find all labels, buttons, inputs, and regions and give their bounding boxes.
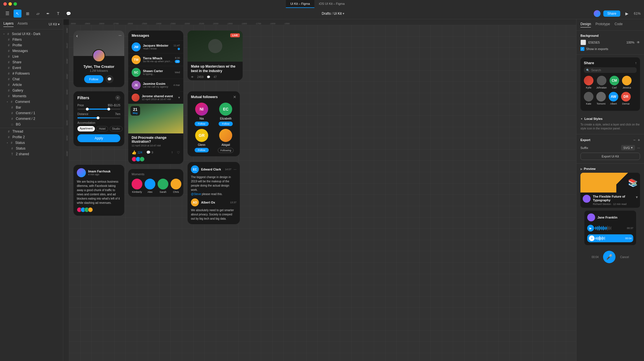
moment-user-2[interactable]: Sarah xyxy=(158,179,168,193)
more-options-icon[interactable]: ··· xyxy=(119,33,121,37)
like-action[interactable]: 👍 124 xyxy=(132,150,142,155)
distance-slider-track[interactable] xyxy=(77,117,120,118)
canvas[interactable]: -3000 -2900 -2800 -2700 -2600 -2500 -240… xyxy=(63,19,576,361)
mutual-close-icon[interactable]: ✕ xyxy=(233,95,236,99)
maximize-button[interactable] xyxy=(14,2,17,6)
layer-item-thread[interactable]: # Thread xyxy=(0,129,63,134)
moment-user-3[interactable]: Chris xyxy=(171,179,181,193)
layer-item-event[interactable]: # Event xyxy=(0,65,63,71)
layer-item-live[interactable]: # Live xyxy=(0,54,63,59)
tag-studio[interactable]: Studio xyxy=(110,126,123,131)
share-search-bar[interactable]: 🔍 xyxy=(584,67,637,73)
preview-expand-btn[interactable]: ▾ xyxy=(636,195,638,199)
remove-export-icon[interactable]: − xyxy=(633,138,636,142)
layer-item-profile[interactable]: # Profile xyxy=(0,42,63,48)
play-button[interactable]: ▶ xyxy=(623,10,631,18)
layer-grid-icon: # xyxy=(7,66,11,70)
comment-action[interactable]: 💬 9 xyxy=(146,150,153,154)
layer-item-2shared[interactable]: T 2 shared xyxy=(0,151,63,157)
tab-assets[interactable]: Assets xyxy=(18,21,28,27)
shape-tool[interactable]: ▱ xyxy=(34,10,42,18)
heart-action[interactable]: ♡ xyxy=(177,150,180,155)
layer-item-comment2[interactable]: # Comment / 2 xyxy=(0,116,63,122)
follow-button-glenn[interactable]: Follow xyxy=(195,148,209,152)
show-in-exports-checkbox[interactable]: ✓ xyxy=(580,47,584,51)
minimize-button[interactable] xyxy=(8,2,12,6)
follow-button[interactable]: Follow xyxy=(84,75,103,83)
message-item-2[interactable]: SC Shawn Carter Is typing... Wed xyxy=(128,66,183,79)
share-search-input[interactable] xyxy=(591,68,634,72)
export-format-selector[interactable]: SVG ▾ xyxy=(621,145,635,150)
tab-prototype[interactable]: Prototype xyxy=(595,22,610,27)
zoom-level[interactable]: 61% xyxy=(634,12,641,16)
layer-item-comment[interactable]: ▾ # Comment xyxy=(0,99,63,105)
filters-close-button[interactable]: ✕ xyxy=(115,95,120,100)
layer-item-status[interactable]: ▾ # Status xyxy=(0,140,63,146)
layer-item-article[interactable]: # Article xyxy=(0,82,63,88)
share-button[interactable]: Share xyxy=(603,10,620,17)
comment-tool[interactable]: 💬 xyxy=(64,10,72,18)
mic-button[interactable]: 🎤 xyxy=(603,251,615,263)
tab-ui-kit[interactable]: Ui Kit – Figma xyxy=(286,0,314,8)
layer-item-social-ui-kit[interactable]: ▾ # Social UI Kit - Dark xyxy=(0,31,63,37)
audio-pause-button[interactable]: ⏸ xyxy=(589,235,595,241)
cancel-label[interactable]: Cancel xyxy=(620,256,629,259)
follow-button-elizabeth[interactable]: Follow xyxy=(219,122,233,126)
toolbar: ☰ ↖ ⊞ ▱ ✒ T 💬 Drafts / Ui Kit ▾ Share ▶ … xyxy=(0,8,644,19)
message-item-1[interactable]: TW Tierra Whack So hit me up when you're… xyxy=(128,53,183,66)
tag-hotel[interactable]: Hotel xyxy=(96,126,108,131)
price-slider-thumb-left[interactable] xyxy=(86,108,89,111)
moment-user-0[interactable]: Kimberly xyxy=(132,179,142,193)
post-subtitle: 12 April 2019 at 10:47 AM xyxy=(132,144,180,147)
share-avatar-circle-kate xyxy=(584,92,593,101)
layer-item-gallery[interactable]: # Gallery xyxy=(0,88,63,93)
message-icon[interactable]: 💬 xyxy=(106,75,114,83)
close-button[interactable] xyxy=(3,2,7,6)
export-ui-kit-button[interactable]: Export Ui Kit xyxy=(580,153,640,160)
tab-design[interactable]: Design xyxy=(580,22,591,27)
pen-tool[interactable]: ✒ xyxy=(44,10,52,18)
export-more-options-icon[interactable]: ··· xyxy=(637,146,640,150)
layer-item-comment1[interactable]: # Comment / 1 xyxy=(0,110,63,116)
layer-item-share[interactable]: # Share xyxy=(0,59,63,65)
audio-play-button[interactable]: ▶ xyxy=(587,225,594,232)
price-slider-thumb-right[interactable] xyxy=(107,108,110,111)
frame-tool[interactable]: ⊞ xyxy=(24,10,32,18)
bg-color-swatch[interactable] xyxy=(580,40,586,45)
tab-code[interactable]: Code xyxy=(615,22,623,27)
price-slider-track[interactable] xyxy=(77,109,120,110)
layer-item-profile2[interactable]: # Profile 2 xyxy=(0,134,63,140)
share-action[interactable]: ↑ xyxy=(171,150,173,154)
text-tool[interactable]: T xyxy=(54,10,62,18)
tab-layers[interactable]: Layers xyxy=(3,21,14,27)
export-format-row: Suffix SVG ▾ ··· xyxy=(580,145,640,150)
back-nav-icon[interactable]: ‹ xyxy=(76,33,78,38)
distance-slider-thumb[interactable] xyxy=(97,116,99,119)
layer-item-followers[interactable]: # # Followers xyxy=(0,71,63,76)
follow-button-nia[interactable]: Follow xyxy=(195,122,209,126)
layer-item-status2[interactable]: # Status xyxy=(0,146,63,151)
chat-more-icon[interactable]: ··· xyxy=(234,167,236,171)
share-export-icon[interactable]: ↑ xyxy=(635,61,637,65)
preview-header[interactable]: ▶ Preview xyxy=(580,167,640,170)
layer-item-bg[interactable]: □ BG xyxy=(0,122,63,127)
visibility-toggle-icon[interactable]: 👁 xyxy=(637,40,640,44)
layer-item-messages[interactable]: # Messages xyxy=(0,48,63,54)
layer-item-moments[interactable]: # Moments xyxy=(0,93,63,99)
select-tool[interactable]: ↖ xyxy=(14,10,21,18)
layer-item-bar[interactable]: # Bar xyxy=(0,105,63,110)
message-item-0[interactable]: JW Jacques Webster Yeah I know 11:47 xyxy=(128,40,183,53)
apply-button[interactable]: Apply xyxy=(77,134,120,142)
thread-user-info: Imam Farrhouk 4 min ago xyxy=(77,168,121,177)
moment-user-1[interactable]: Alex xyxy=(145,179,155,193)
ui-kit-dropdown[interactable]: UI Kit ▾ xyxy=(49,22,60,26)
layer-item-filters[interactable]: # Filters xyxy=(0,37,63,42)
layer-item-chat[interactable]: # Chat xyxy=(0,76,63,82)
add-export-icon[interactable]: + xyxy=(638,138,640,142)
post-expand-icon[interactable]: ▾ xyxy=(178,96,180,100)
tag-apartment[interactable]: Apartment xyxy=(77,126,95,131)
following-button-abigail[interactable]: Following xyxy=(218,148,234,153)
hamburger-menu[interactable]: ☰ xyxy=(3,10,11,18)
tab-ios-ui-kit[interactable]: iOS UI Kit – Figma xyxy=(314,0,349,8)
message-item-3[interactable]: JE Jasmine Essim Let me call my agency 4… xyxy=(128,79,183,91)
